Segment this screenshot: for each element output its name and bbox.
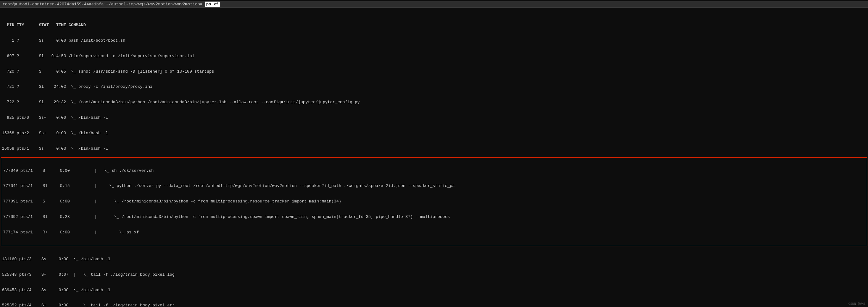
- highlighted-content: 777040 pts/1 S 0:00 | \_ sh ./dk/server.…: [1, 158, 867, 246]
- process-row-925: 925 pts/0 Ss+ 0:00 \_ /bin/bash -l: [0, 115, 868, 121]
- process-row-777091: 777091 pts/1 S 0:00 | \_ /root/miniconda…: [1, 199, 867, 205]
- process-row-721: 721 ? Sl 24:02 \_ proxy -c /init/proxy/p…: [0, 84, 868, 90]
- terminal-window: root@autodl-container-42074da159-44ae1bf…: [0, 0, 868, 307]
- terminal-content-lower: 181160 pts/3 Ss 0:00 \_ /bin/bash -l 525…: [0, 246, 868, 307]
- terminal-title: root@autodl-container-42074da159-44ae1bf…: [3, 2, 220, 7]
- process-row-525352: 525352 pts/4 S+ 0:00 \_ tail -f ./log/tr…: [0, 303, 868, 307]
- process-row-525348: 525348 pts/3 S+ 0:07 | \_ tail -f ./log/…: [0, 272, 868, 278]
- command-highlight: ps xf: [205, 2, 220, 7]
- process-row-697: 697 ? Sl 914:53 /bin/supervisord -c /ini…: [0, 54, 868, 59]
- process-row-777040: 777040 pts/1 S 0:00 | \_ sh ./dk/server.…: [1, 168, 867, 174]
- highlighted-process-box: 777040 pts/1 S 0:00 | \_ sh ./dk/server.…: [1, 157, 867, 246]
- process-row-16058: 16058 pts/1 Ss 0:03 \_ /bin/bash -l: [0, 146, 868, 152]
- process-row-181160: 181160 pts/3 Ss 0:00 \_ /bin/bash -l: [0, 257, 868, 263]
- process-table-header: PID TTY STAT TIME COMMAND: [0, 23, 868, 28]
- process-row-777041: 777041 pts/1 Sl 0:15 | \_ python ./serve…: [1, 183, 867, 189]
- title-bar: root@autodl-container-42074da159-44ae1bf…: [0, 1, 868, 8]
- process-row-639453: 639453 pts/4 Ss 0:00 \_ /bin/bash -l: [0, 287, 868, 294]
- watermark: CSDN @WMS: [848, 302, 865, 306]
- process-row-1: 1 ? Ss 0:00 bash /init/boot/boot.sh: [0, 38, 868, 44]
- process-row-722: 722 ? Sl 29:32 \_ /root/miniconda3/bin/p…: [0, 100, 868, 105]
- terminal-content: PID TTY STAT TIME COMMAND 1 ? Ss 0:00 ba…: [0, 8, 868, 157]
- process-row-777174: 777174 pts/1 R+ 0:00 | \_ ps xf: [1, 230, 867, 236]
- process-row-777092: 777092 pts/1 Sl 0:23 | \_ /root/minicond…: [1, 214, 867, 220]
- process-row-720: 720 ? S 0:05 \_ sshd: /usr/sbin/sshd -D …: [0, 69, 868, 75]
- process-row-15368: 15368 pts/2 Ss+ 0:00 \_ /bin/bash -l: [0, 131, 868, 136]
